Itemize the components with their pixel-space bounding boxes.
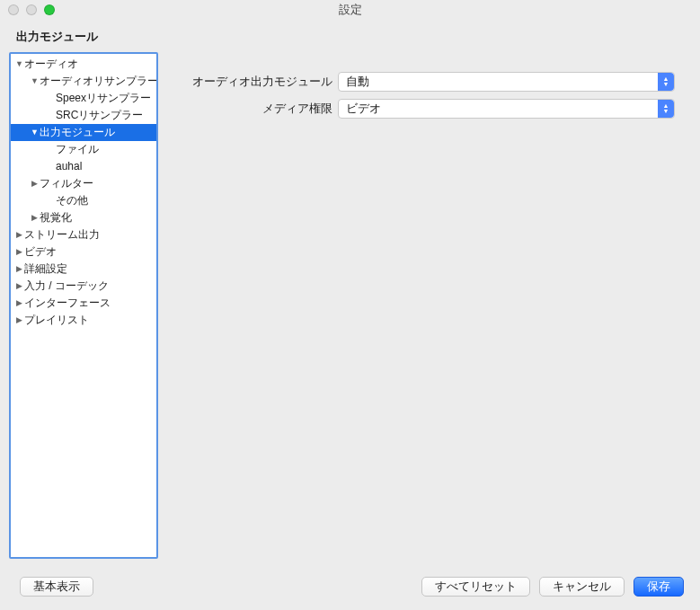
tree-output-modules[interactable]: 出力モジュール — [11, 124, 156, 141]
tree-item-label: SRCリサンプラー — [56, 109, 143, 121]
basic-view-button[interactable]: 基本表示 — [20, 577, 93, 597]
chevron-up-down-icon: ▲▼ — [658, 73, 674, 91]
disclosure-closed-icon[interactable] — [15, 312, 23, 329]
media-permission-value: ビデオ — [346, 101, 381, 117]
tree-item-label: ストリーム出力 — [24, 228, 100, 241]
audio-output-module-label: オーディオ出力モジュール — [167, 74, 338, 90]
tree-item-label: オーディオ — [24, 57, 78, 70]
save-button[interactable]: 保存 — [634, 577, 684, 597]
sidebar-tree[interactable]: オーディオオーディオリサンプラーSpeexリサンプラーSRCリサンプラー出力モジ… — [9, 52, 158, 559]
section-title: 出力モジュール — [0, 20, 700, 52]
tree-visualization[interactable]: 視覚化 — [11, 209, 156, 226]
tree-input-codecs[interactable]: 入力 / コーデック — [11, 278, 156, 295]
tree-interface[interactable]: インターフェース — [11, 295, 156, 312]
reset-all-button[interactable]: すべてリセット — [421, 577, 530, 597]
bottom-toolbar: 基本表示 すべてリセット キャンセル 保存 — [0, 569, 700, 605]
tree-item-label: ビデオ — [24, 245, 57, 258]
audio-output-module-select[interactable]: 自動 ▲▼ — [338, 72, 675, 92]
disclosure-open-icon[interactable] — [31, 73, 39, 90]
cancel-button[interactable]: キャンセル — [539, 577, 625, 597]
tree-video[interactable]: ビデオ — [11, 243, 156, 261]
titlebar: 設定 — [0, 0, 700, 20]
tree-item-label: プレイリスト — [24, 314, 89, 326]
disclosure-closed-icon[interactable] — [31, 209, 39, 226]
disclosure-open-icon[interactable] — [31, 124, 39, 141]
tree-advanced[interactable]: 詳細設定 — [11, 261, 156, 278]
tree-auhal[interactable]: auhal — [11, 158, 156, 175]
tree-audio-resampler[interactable]: オーディオリサンプラー — [11, 73, 156, 90]
disclosure-closed-icon[interactable] — [15, 261, 23, 278]
tree-item-label: ファイル — [56, 143, 99, 155]
zoom-icon[interactable] — [44, 4, 55, 15]
tree-audio[interactable]: オーディオ — [11, 56, 156, 73]
tree-item-label: 視覚化 — [40, 211, 72, 224]
disclosure-closed-icon[interactable] — [15, 295, 23, 312]
tree-filters[interactable]: フィルター — [11, 175, 156, 192]
minimize-icon[interactable] — [26, 4, 37, 15]
tree-item-label: インターフェース — [24, 296, 111, 309]
disclosure-open-icon[interactable] — [15, 56, 23, 73]
tree-playlist[interactable]: プレイリスト — [11, 312, 156, 329]
chevron-up-down-icon: ▲▼ — [658, 100, 674, 118]
tree-item-label: フィルター — [40, 177, 93, 190]
tree-src-resampler[interactable]: SRCリサンプラー — [11, 107, 156, 124]
audio-output-module-value: 自動 — [346, 74, 369, 90]
tree-file[interactable]: ファイル — [11, 141, 156, 158]
media-permission-select[interactable]: ビデオ ▲▼ — [338, 99, 675, 119]
tree-item-label: オーディオリサンプラー — [40, 75, 158, 87]
tree-item-label: 詳細設定 — [24, 262, 67, 275]
tree-speex-resampler[interactable]: Speexリサンプラー — [11, 90, 156, 107]
window-title: 設定 — [0, 2, 700, 18]
disclosure-closed-icon[interactable] — [31, 175, 39, 192]
tree-item-label: 入力 / コーデック — [24, 279, 109, 292]
media-permission-label: メディア権限 — [167, 101, 338, 117]
tree-item-label: 出力モジュール — [40, 126, 115, 138]
disclosure-closed-icon[interactable] — [15, 278, 23, 295]
disclosure-closed-icon[interactable] — [15, 243, 23, 261]
close-icon[interactable] — [8, 4, 19, 15]
disclosure-closed-icon[interactable] — [15, 226, 23, 243]
tree-item-label: その他 — [56, 194, 88, 207]
tree-stream-output[interactable]: ストリーム出力 — [11, 226, 156, 243]
tree-item-label: Speexリサンプラー — [56, 92, 151, 104]
settings-panel: オーディオ出力モジュール 自動 ▲▼ メディア権限 ビデオ ▲▼ — [167, 52, 691, 559]
tree-other[interactable]: その他 — [11, 192, 156, 209]
tree-item-label: auhal — [56, 160, 82, 172]
